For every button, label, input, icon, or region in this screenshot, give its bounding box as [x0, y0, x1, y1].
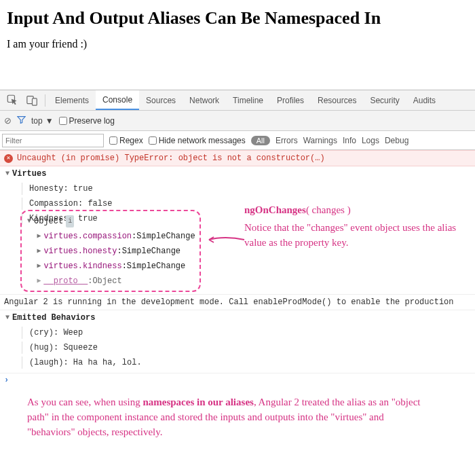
hide-network-input[interactable] [149, 136, 157, 145]
error-icon: ✕ [4, 154, 13, 163]
regex-input[interactable] [109, 136, 117, 145]
context-selector[interactable]: top ▼ [31, 116, 54, 126]
hide-network-label: Hide network messages [159, 136, 246, 145]
filter-icon[interactable] [17, 115, 26, 126]
disclosure-down-icon: ▼ [4, 312, 11, 324]
console-log-text: Angular 2 is running in the development … [4, 296, 454, 308]
annotation-right: ngOnChanges( changes ) Notice that the "… [244, 203, 461, 250]
tab-sources[interactable]: Sources [139, 90, 183, 110]
disclosure-down-icon: ▼ [26, 215, 33, 227]
devtools-tabbar: Elements Console Sources Network Timelin… [0, 90, 475, 111]
annotation-text: ( changes ) [306, 204, 351, 215]
value: false [88, 199, 112, 208]
value: Weep [63, 328, 83, 337]
console-filterbar: Regex Hide network messages All Errors W… [0, 131, 475, 150]
highlighted-object-box: ▼ Object i ▶virtues.compassion: SimpleCh… [20, 210, 201, 292]
group-virtues[interactable]: ▼ Virtues [0, 166, 475, 181]
list-item: (hug): Squeeze [0, 340, 475, 355]
level-info[interactable]: Info [343, 136, 356, 145]
info-icon[interactable]: i [66, 215, 74, 227]
key: Compassion [29, 199, 78, 208]
annotation-text: ngOnChanges [244, 204, 306, 215]
object-row[interactable]: ▼ Object i [26, 214, 195, 229]
list-item[interactable]: ▶virtues.compassion: SimpleChange [26, 229, 195, 244]
value: Ha ha ha, lol. [73, 358, 142, 367]
object-label: Object [34, 215, 63, 227]
hide-network-checkbox[interactable]: Hide network messages [149, 136, 246, 145]
disclosure-right-icon: ▶ [35, 245, 42, 257]
annotation-text: As you can see, when using [27, 397, 142, 407]
key: (hug) [29, 343, 54, 352]
console-error-row[interactable]: ✕ Uncaught (in promise) TypeError: objec… [0, 150, 475, 166]
key: Honesty [29, 184, 63, 194]
level-logs[interactable]: Logs [362, 136, 379, 145]
annotation-text: Notice that the "changes" event object u… [244, 221, 461, 251]
group-behaviors-label: Emitted Behaviors [12, 312, 95, 324]
list-item[interactable]: ▶virtues.kindness: SimpleChange [26, 259, 195, 274]
annotation-bottom: As you can see, when using namespaces in… [27, 395, 428, 439]
value: SimpleChange [127, 260, 185, 272]
group-behaviors[interactable]: ▼ Emitted Behaviors [0, 310, 475, 325]
value: SimpleChange [136, 230, 195, 242]
value: Object [92, 275, 121, 287]
key: virtues.honesty [43, 245, 117, 257]
tab-audits[interactable]: Audits [406, 90, 442, 110]
tab-security[interactable]: Security [363, 90, 406, 110]
context-label: top [31, 116, 45, 126]
tab-profiles[interactable]: Profiles [270, 90, 311, 110]
regex-checkbox[interactable]: Regex [109, 136, 143, 145]
preserve-log-label: Preserve log [69, 116, 115, 126]
tab-timeline[interactable]: Timeline [226, 90, 270, 110]
level-debug[interactable]: Debug [385, 136, 408, 145]
key: (cry) [29, 328, 54, 337]
disclosure-down-icon: ▼ [4, 168, 11, 180]
regex-label: Regex [119, 136, 143, 145]
filter-input[interactable] [2, 134, 104, 147]
disclosure-right-icon: ▶ [35, 260, 42, 272]
annotation-text: namespaces in our aliases [142, 397, 253, 407]
preserve-log-input[interactable] [59, 117, 67, 125]
value: true [73, 184, 93, 194]
level-warnings[interactable]: Warnings [303, 136, 337, 145]
tab-elements[interactable]: Elements [48, 90, 96, 110]
value: SimpleChange [122, 245, 180, 257]
value: Squeeze [63, 343, 97, 352]
preserve-log-checkbox[interactable]: Preserve log [59, 116, 115, 126]
level-errors[interactable]: Errors [276, 136, 298, 145]
chevron-down-icon: ▼ [45, 116, 54, 126]
console-log-row: Angular 2 is running in the development … [0, 294, 475, 310]
list-item[interactable]: ▶__proto__: Object [26, 274, 195, 289]
svg-rect-2 [33, 98, 37, 105]
key: (laugh) [29, 358, 63, 367]
key: virtues.kindness [43, 260, 121, 272]
clear-console-icon[interactable]: ⊘ [4, 115, 12, 126]
list-item: Honesty: true [0, 181, 475, 196]
list-item: (laugh): Ha ha ha, lol. [0, 355, 475, 370]
level-all[interactable]: All [251, 136, 270, 145]
tab-resources[interactable]: Resources [311, 90, 363, 110]
console-error-text: Uncaught (in promise) TypeError: object … [17, 152, 325, 164]
device-toggle-icon[interactable] [22, 90, 42, 110]
key: virtues.compassion [43, 230, 132, 242]
console-prompt-icon[interactable]: › [0, 373, 13, 387]
disclosure-right-icon: ▶ [35, 275, 42, 287]
tab-network[interactable]: Network [183, 90, 226, 110]
list-item: (cry): Weep [0, 325, 475, 340]
disclosure-right-icon: ▶ [35, 230, 42, 242]
page-title: Input And Output Aliases Can Be Namespac… [7, 8, 468, 29]
group-virtues-label: Virtues [12, 168, 46, 180]
tab-separator [45, 94, 45, 107]
devtools-panel: Elements Console Sources Network Timelin… [0, 90, 475, 439]
list-item[interactable]: ▶virtues.honesty: SimpleChange [26, 244, 195, 259]
inspect-icon[interactable] [3, 90, 22, 110]
page-subtext: I am your friend :) [7, 38, 468, 50]
tab-console[interactable]: Console [96, 90, 139, 110]
console-body: ✕ Uncaught (in promise) TypeError: objec… [0, 150, 475, 373]
key: __proto__ [43, 275, 88, 287]
console-toolbar: ⊘ top ▼ Preserve log [0, 111, 475, 131]
